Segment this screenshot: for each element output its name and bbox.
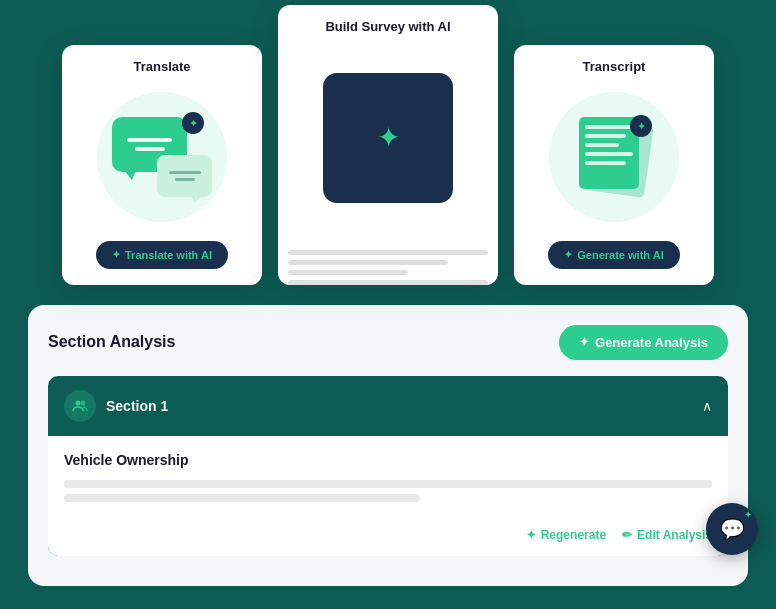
- survey-line-3: [288, 270, 408, 275]
- content-lines: [64, 480, 712, 502]
- svg-point-1: [81, 400, 86, 405]
- translate-bg: ✦: [97, 92, 227, 222]
- regenerate-sparkle: ✦: [526, 528, 536, 542]
- bubble-line-1: [127, 138, 172, 142]
- transcript-card: Transcript ✦: [514, 45, 714, 285]
- translate-ai-button[interactable]: ✦ Translate with AI: [96, 241, 228, 269]
- transcript-btn-sparkle: ✦: [564, 249, 572, 260]
- edit-pencil-icon: ✏: [622, 528, 632, 542]
- generate-btn-label: Generate Analysis: [595, 335, 708, 350]
- chat-bubble-icon: 💬: [720, 517, 745, 541]
- transcript-btn-label: Generate with AI: [577, 249, 663, 261]
- survey-line-1: [288, 250, 488, 255]
- translate-btn-sparkle: ✦: [112, 249, 120, 260]
- cards-section: Translate ✦: [28, 25, 748, 305]
- section-accordion: Section 1 ∧ Vehicle Ownership ✦ Regenera…: [48, 376, 728, 556]
- transcript-pages: ✦: [574, 117, 654, 197]
- survey-lines: [278, 250, 498, 285]
- chevron-up-icon: ∧: [702, 398, 712, 414]
- section-content: Vehicle Ownership: [48, 436, 728, 518]
- section-header-left: Section 1: [64, 390, 168, 422]
- edit-analysis-button[interactable]: ✏ Edit Analysis: [622, 528, 712, 542]
- bubble-line-2: [135, 147, 165, 151]
- survey-card-title: Build Survey with AI: [315, 5, 460, 34]
- page-line-2: [585, 134, 626, 138]
- regenerate-label: Regenerate: [541, 528, 606, 542]
- translate-illustration: ✦: [87, 74, 237, 241]
- section-users-icon: [64, 390, 96, 422]
- translate-card: Translate ✦: [62, 45, 262, 285]
- translate-sparkle-badge: ✦: [182, 112, 204, 134]
- survey-bg: ✦: [323, 73, 453, 203]
- content-line-1: [64, 480, 712, 488]
- transcript-illustration: ✦: [539, 74, 689, 241]
- analysis-header: Section Analysis ✦ Generate Analysis: [48, 325, 728, 360]
- survey-illustration: ✦: [313, 34, 463, 242]
- bubble-line-sm-2: [175, 178, 195, 181]
- transcript-sparkle-badge: ✦: [630, 115, 652, 137]
- section-label: Section 1: [106, 398, 168, 414]
- svg-point-0: [76, 400, 81, 405]
- generate-sparkle-icon: ✦: [579, 335, 589, 349]
- speech-bubble-secondary: [157, 155, 212, 197]
- translate-bubbles: ✦: [112, 117, 212, 197]
- chat-sparkle-icon: ✦: [744, 509, 752, 520]
- page-line-4: [585, 152, 633, 156]
- page-line-1: [585, 125, 633, 129]
- page-line-3: [585, 143, 619, 147]
- transcript-card-title: Transcript: [573, 45, 656, 74]
- bubble-line-sm-1: [169, 171, 201, 174]
- edit-analysis-label: Edit Analysis: [637, 528, 712, 542]
- survey-line-2: [288, 260, 448, 265]
- chat-fab-button[interactable]: 💬 ✦: [706, 503, 758, 555]
- page-line-5: [585, 161, 626, 165]
- survey-line-4: [288, 280, 488, 285]
- generate-analysis-button[interactable]: ✦ Generate Analysis: [559, 325, 728, 360]
- section-footer: ✦ Regenerate ✏ Edit Analysis: [48, 518, 728, 556]
- transcript-ai-button[interactable]: ✦ Generate with AI: [548, 241, 679, 269]
- translate-btn-label: Translate with AI: [125, 249, 212, 261]
- survey-card: Build Survey with AI ✦: [278, 5, 498, 285]
- content-line-2: [64, 494, 420, 502]
- transcript-bg: ✦: [549, 92, 679, 222]
- section-header[interactable]: Section 1 ∧: [48, 376, 728, 436]
- regenerate-button[interactable]: ✦ Regenerate: [526, 528, 606, 542]
- analysis-panel-title: Section Analysis: [48, 333, 175, 351]
- translate-card-title: Translate: [123, 45, 200, 74]
- survey-sparkle-icon: ✦: [377, 121, 400, 154]
- vehicle-ownership-title: Vehicle Ownership: [64, 452, 712, 468]
- analysis-panel: Section Analysis ✦ Generate Analysis: [28, 305, 748, 586]
